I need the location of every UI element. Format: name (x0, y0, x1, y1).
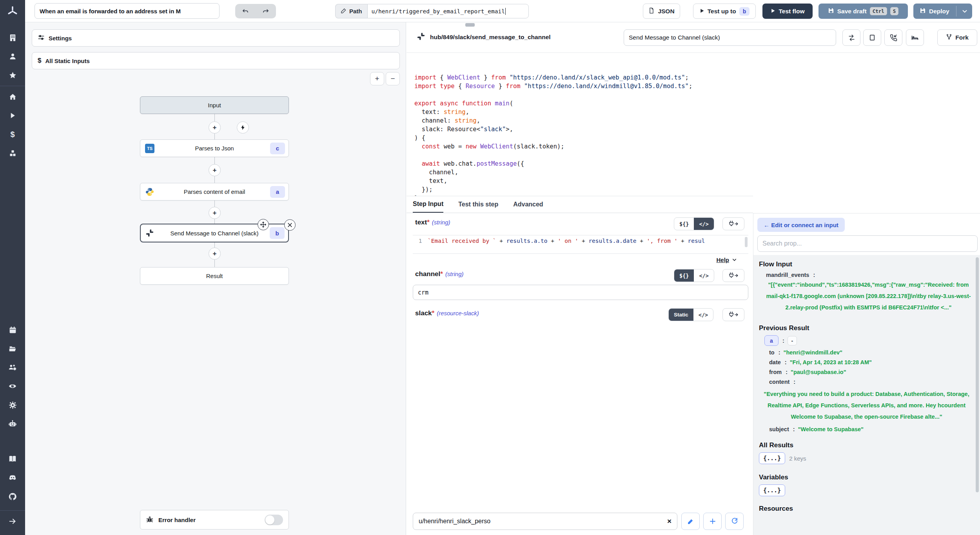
resources-cubes-icon[interactable] (0, 146, 25, 160)
add-step-button[interactable]: + (209, 207, 221, 219)
prop-search-input[interactable] (757, 235, 978, 252)
flow-input-key-row[interactable]: mandrill_events: (766, 271, 971, 278)
deploy-label: Deploy (929, 8, 949, 15)
phone-incoming-icon[interactable] (884, 29, 902, 46)
save-draft-button[interactable]: Save draft Ctrl S (818, 4, 908, 19)
schedules-calendar-icon[interactable] (0, 323, 25, 336)
add-step-button[interactable]: + (209, 164, 221, 176)
flow-node-step-c[interactable]: TS Parses to Json c (140, 139, 289, 157)
flow-input-value[interactable]: "[{"event":"inbound","ts":1683819426,"ms… (766, 279, 971, 313)
json-button[interactable]: JSON (643, 4, 680, 19)
expression-scrollbar[interactable] (745, 237, 748, 247)
code-editor[interactable]: import { WebClient } from "https://deno.… (407, 53, 980, 196)
undo-icon[interactable] (237, 5, 254, 17)
swap-arrows-icon[interactable] (842, 29, 860, 46)
zoom-out-button[interactable]: − (386, 72, 400, 85)
add-step-button[interactable]: + (209, 248, 221, 260)
slack-mode-code[interactable]: </> (693, 309, 713, 321)
expand-sidebar-arrow-icon[interactable] (0, 515, 25, 528)
github-icon[interactable] (0, 490, 25, 503)
deploy-button[interactable]: Deploy (913, 4, 972, 19)
prop-row-content[interactable]: content: (769, 379, 971, 385)
home-icon[interactable] (0, 90, 25, 103)
add-resource-plus-icon[interactable] (703, 513, 722, 530)
prop-row-to[interactable]: to:"henri@windmill.dev" (769, 349, 971, 356)
path-input[interactable]: u/henri/triggered_by_email_report_email (367, 4, 529, 18)
test-flow-button[interactable]: Test flow (762, 4, 813, 19)
user-icon[interactable] (0, 50, 25, 63)
channel-connect-plug-icon[interactable] (722, 269, 744, 282)
expand-all-results-button[interactable]: {...} (759, 452, 785, 464)
edit-resource-pencil-icon[interactable] (681, 513, 700, 530)
runs-play-icon[interactable] (0, 109, 25, 122)
flow-title-input[interactable] (34, 3, 220, 19)
docs-book-icon[interactable] (0, 452, 25, 466)
favorites-star-icon[interactable] (0, 69, 25, 82)
channel-mode-code[interactable]: </> (694, 269, 713, 282)
channel-value-input[interactable]: crm (413, 285, 748, 300)
windmill-logo-icon[interactable] (0, 0, 25, 22)
code-token: string (455, 117, 477, 124)
tab-advanced[interactable]: Advanced (513, 196, 543, 213)
refresh-resource-icon[interactable] (725, 513, 744, 530)
discord-icon[interactable] (0, 471, 25, 484)
deploy-dropdown-chevron-icon[interactable] (961, 8, 968, 16)
zoom-in-button[interactable]: + (370, 72, 384, 85)
flow-node-step-a[interactable]: Parses content of email a (140, 183, 289, 201)
error-handler-box[interactable]: Error handler (140, 510, 289, 530)
redo-icon[interactable] (257, 5, 274, 17)
path-edit-button[interactable]: Path (335, 4, 367, 18)
content: Settings $ All Static Inputs + − Input +… (25, 22, 980, 535)
bed-icon[interactable] (906, 29, 924, 46)
add-step-button[interactable]: + (209, 121, 221, 134)
code-token: import (414, 83, 436, 90)
prop-scroll-area[interactable]: Flow Input mandrill_events: "[{"event":"… (753, 255, 980, 535)
slack-connect-plug-icon[interactable] (722, 308, 744, 321)
prop-row-from[interactable]: from:"paul@supabase.io" (769, 369, 971, 375)
collapse-button[interactable]: - (788, 336, 797, 345)
play-icon (770, 8, 775, 15)
robot-icon[interactable] (0, 417, 25, 430)
code-token: { (436, 74, 447, 81)
flow-settings-button[interactable]: Settings (32, 29, 400, 47)
trigger-bolt-icon[interactable] (237, 121, 249, 134)
move-step-icon[interactable] (258, 219, 269, 230)
fork-button[interactable]: Fork (937, 29, 977, 46)
flow-node-input[interactable]: Input (140, 96, 289, 114)
help-link[interactable]: Help (716, 257, 737, 263)
props-scrollbar[interactable] (976, 257, 979, 492)
text-mode-template[interactable]: ${} (674, 218, 694, 230)
workspace-icon[interactable] (0, 31, 25, 44)
text-expression-editor[interactable]: 1 `Email received by ` + results.a.to + … (413, 235, 748, 254)
all-static-inputs-button[interactable]: $ All Static Inputs (32, 52, 400, 69)
audit-eye-icon[interactable] (0, 380, 25, 393)
clear-resource-icon[interactable]: × (667, 517, 671, 526)
text-mode-code[interactable]: </> (694, 218, 713, 230)
settings-gear-icon[interactable] (0, 398, 25, 412)
square-icon[interactable] (863, 29, 881, 46)
channel-mode-template[interactable]: ${} (674, 269, 694, 282)
code-token: type (440, 83, 454, 90)
folders-icon[interactable] (0, 342, 25, 355)
slack-resource-picker[interactable]: u/henri/henri_slack_perso × (413, 513, 677, 530)
step-a-badge[interactable]: a (764, 335, 779, 346)
variables-dollar-icon[interactable]: $ (0, 128, 25, 141)
error-handler-toggle[interactable] (265, 515, 283, 525)
flow-node-result[interactable]: Result (140, 267, 289, 285)
prop-row-subject[interactable]: subject:"Welcome to Supabase" (769, 426, 971, 432)
text-connect-plug-icon[interactable] (722, 217, 744, 230)
groups-users-icon[interactable] (0, 361, 25, 374)
slack-mode-static[interactable]: Static (669, 309, 693, 321)
prop-key: to (769, 349, 775, 356)
test-up-to-button[interactable]: Test up to b (693, 4, 756, 19)
tab-step-input[interactable]: Step Input (413, 196, 443, 213)
expand-variables-button[interactable]: {...} (759, 484, 785, 496)
code-token (458, 100, 462, 107)
tab-test-this-step[interactable]: Test this step (458, 196, 498, 213)
edit-or-connect-button[interactable]: ← Edit or connect an input (757, 218, 845, 232)
prop-row-date[interactable]: date:"Fri, Apr 14, 2023 at 10:28 AM" (769, 359, 971, 365)
delete-step-icon[interactable] (284, 219, 296, 231)
step-summary-input[interactable] (624, 29, 836, 46)
save-icon (828, 7, 834, 15)
test-up-to-label: Test up to (708, 8, 736, 15)
